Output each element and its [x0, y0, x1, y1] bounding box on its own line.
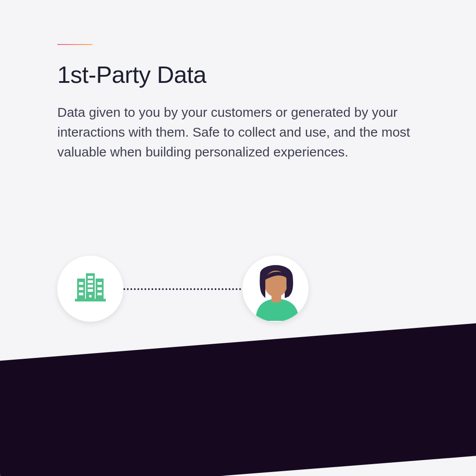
svg-rect-6: [88, 285, 93, 287]
svg-rect-12: [97, 282, 102, 285]
svg-rect-7: [88, 289, 93, 292]
svg-rect-14: [97, 293, 102, 295]
accent-line: [57, 44, 93, 45]
company-circle: [57, 256, 123, 322]
svg-rect-4: [88, 276, 93, 279]
page-heading: 1st-Party Data: [57, 61, 419, 88]
svg-rect-11: [79, 293, 83, 295]
svg-point-8: [89, 295, 92, 298]
customer-circle: [242, 256, 309, 322]
building-icon: [71, 269, 109, 309]
svg-rect-5: [88, 280, 93, 283]
svg-rect-13: [97, 287, 102, 290]
svg-rect-9: [79, 282, 83, 285]
svg-rect-10: [79, 287, 83, 290]
svg-rect-3: [75, 299, 106, 301]
content-block: 1st-Party Data Data given to you by your…: [57, 44, 419, 162]
footer-wedge: [0, 323, 476, 476]
dotted-connector: [123, 288, 245, 291]
customer-avatar-icon: [242, 256, 309, 322]
page-body: Data given to you by your customers or g…: [57, 102, 419, 162]
relationship-graphic: [57, 251, 322, 326]
